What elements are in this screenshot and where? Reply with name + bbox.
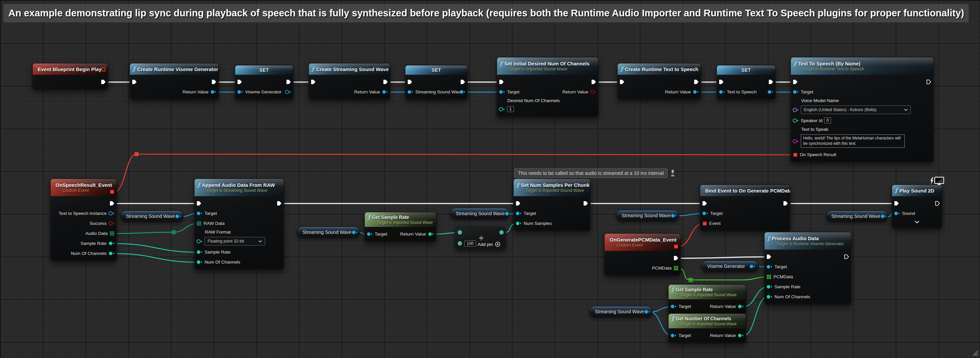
set-viseme-pin-value[interactable]: [237, 89, 243, 95]
onspeech-pin-audio[interactable]: [109, 230, 115, 236]
node-initial[interactable]: ƒSet Initial Desired Num Of ChannelsTarg…: [497, 57, 598, 117]
process-pin-chans[interactable]: [766, 294, 773, 300]
variable-node-p5[interactable]: Streaming Sound Wave: [826, 211, 888, 222]
add-pin-button[interactable]: Add pin: [478, 241, 500, 247]
node-bind[interactable]: Bind Event to On Generate PCMDataTargetE…: [700, 184, 791, 231]
ongen-pin-pcmdata[interactable]: [673, 265, 679, 271]
gsr-mid-pin-return[interactable]: [428, 231, 434, 237]
value-input[interactable]: 0: [824, 117, 831, 123]
onspeech-pin-chans[interactable]: [108, 251, 115, 256]
set-tts-pin-exec-out[interactable]: [768, 79, 774, 85]
node-set-tts[interactable]: SETText to Speech: [716, 65, 776, 100]
play-pin-exec-out[interactable]: [935, 201, 940, 206]
initial-pin-exec-out[interactable]: [591, 79, 597, 85]
tts-pin-target[interactable]: [792, 89, 799, 95]
set-stream-pin-exec-out[interactable]: [460, 79, 466, 85]
node-play[interactable]: ƒPlay Sound 2DSound: [892, 184, 942, 229]
node-onspeech[interactable]: OnSpeechResult_EventCustom EventText to …: [50, 179, 117, 261]
p3-pin-out[interactable]: [505, 211, 511, 217]
stream-pin-return[interactable]: [382, 89, 388, 95]
set-viseme-pin-exec-in[interactable]: [237, 79, 242, 85]
p4-pin-out[interactable]: [671, 213, 677, 219]
bind-pin-event[interactable]: [702, 221, 708, 226]
play-pin-sound[interactable]: [894, 211, 900, 216]
node-tts[interactable]: ƒText To Speech (By Name)Target is Runti…: [791, 57, 934, 163]
pushpin-icon[interactable]: [670, 169, 675, 177]
stream-pin-exec-out[interactable]: [383, 79, 388, 85]
process-pin-exec-out[interactable]: [844, 254, 850, 260]
node-process[interactable]: ƒProcess Audio DataTarget is Runtime Vis…: [764, 232, 851, 305]
dropdown-select[interactable]: Floating point 32-bit: [205, 237, 265, 246]
value-input[interactable]: 1: [507, 106, 514, 112]
viseme-pin-exec-out[interactable]: [211, 79, 217, 85]
delegate-pin[interactable]: [109, 189, 115, 195]
variable-node-p4[interactable]: Streaming Sound Wave: [616, 210, 679, 221]
set-stream-pin-exec-in[interactable]: [407, 79, 413, 85]
value-input[interactable]: 100: [465, 241, 476, 246]
variable-node-p3[interactable]: Streaming Sound Wave: [450, 208, 509, 219]
ongen-pin-exec-out[interactable]: [673, 255, 679, 261]
delegate-pin[interactable]: [100, 66, 106, 72]
tts-pin-on-speech-result[interactable]: [792, 152, 798, 157]
node-append[interactable]: ƒAppend Audio Data From RAWTarget is Str…: [194, 179, 284, 270]
dropdown-select[interactable]: English (United States) - Kokoro (Bella): [801, 105, 911, 114]
set-tts-pin-out[interactable]: [767, 89, 774, 95]
bind-pin-exec-out[interactable]: [783, 201, 789, 206]
append-pin-chans[interactable]: [196, 259, 203, 265]
div-pin-in2[interactable]: [457, 241, 463, 246]
node-begin[interactable]: Event Blueprint Begin Play: [32, 63, 108, 90]
append-pin-exec-out[interactable]: [277, 201, 282, 206]
tts-create-pin-exec-in[interactable]: [619, 79, 625, 85]
append-pin-raw-format[interactable]: [196, 238, 203, 244]
setnum-pin-exec-out[interactable]: [583, 201, 589, 206]
process-pin-exec-in[interactable]: [766, 254, 772, 260]
p1-pin-out[interactable]: [175, 214, 181, 219]
tts-create-pin-return[interactable]: [692, 89, 699, 95]
set-viseme-pin-out[interactable]: [285, 89, 291, 95]
initial-pin-exec-in[interactable]: [499, 79, 504, 85]
node-stream[interactable]: ƒCreate Streaming Sound WaveReturn Value: [309, 63, 390, 100]
append-pin-target[interactable]: [196, 211, 203, 216]
node-tts-create[interactable]: ƒCreate Runtime Text to SpeechReturn Val…: [617, 63, 701, 100]
expand-chevron-icon[interactable]: [915, 221, 920, 224]
delegate-pin[interactable]: [673, 244, 679, 249]
node-gnc[interactable]: ƒGet Number Of ChannelsTarget is Importe…: [668, 313, 746, 343]
div-pin-in1[interactable]: [457, 230, 463, 235]
play-pin-exec-in[interactable]: [894, 201, 899, 206]
stream-pin-exec-in[interactable]: [310, 79, 316, 85]
process-pin-rate[interactable]: [766, 284, 773, 289]
process-pin-pcmdata[interactable]: [766, 274, 772, 280]
initial-pin-return[interactable]: [590, 89, 597, 95]
gnc-pin-target[interactable]: [670, 332, 677, 338]
gsr-mid-pin-target[interactable]: [366, 231, 373, 237]
node-comment-bubble[interactable]: This needs to be called so that audio is…: [514, 168, 675, 178]
p6-pin-out[interactable]: [644, 309, 651, 315]
append-pin-raw-data[interactable]: [196, 221, 202, 226]
onspeech-pin-rate[interactable]: [108, 241, 115, 246]
tts-pin-exec-in[interactable]: [792, 79, 798, 85]
p2-pin-out[interactable]: [352, 230, 358, 235]
initial-pin-desired[interactable]: [499, 106, 505, 112]
variable-node-p6[interactable]: Streaming Sound Wave: [589, 306, 652, 317]
onspeech-pin-success[interactable]: [108, 221, 115, 226]
node-set-viseme[interactable]: SETViseme Generator: [235, 65, 293, 100]
gsr-b-pin-return[interactable]: [738, 304, 744, 309]
set-viseme-pin-exec-out[interactable]: [286, 79, 291, 85]
begin-pin-exec-out[interactable]: [100, 79, 106, 85]
gnc-pin-return[interactable]: [738, 332, 744, 338]
initial-pin-target[interactable]: [499, 89, 505, 95]
tts-pin-speaker[interactable]: [792, 118, 799, 123]
setnum-pin-target[interactable]: [515, 211, 522, 216]
process-pin-target[interactable]: [766, 264, 773, 270]
set-stream-pin-value[interactable]: [407, 89, 414, 95]
blueprint-graph-canvas[interactable]: Event Blueprint Begin PlayƒCreate Runtim…: [0, 0, 980, 358]
gsr-b-pin-target[interactable]: [670, 304, 677, 309]
div-pin-out[interactable]: [499, 230, 504, 235]
node-set-stream[interactable]: SETStreaming Sound Wave: [405, 65, 468, 100]
node-gsr-b[interactable]: ƒGet Sample RateTarget is Imported Sound…: [668, 284, 746, 314]
bind-pin-exec-in[interactable]: [702, 201, 708, 206]
tts-pin-exec-out[interactable]: [926, 79, 932, 85]
onspeech-pin-exec-out[interactable]: [109, 201, 115, 206]
setnum-pin-exec-in[interactable]: [515, 201, 521, 206]
node-div[interactable]: 100÷Add pin: [455, 227, 506, 250]
